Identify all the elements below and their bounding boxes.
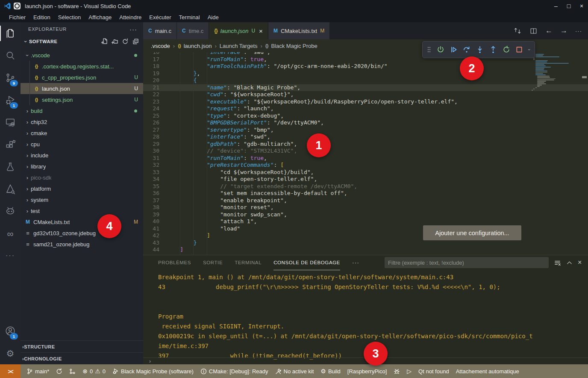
console-filter-input[interactable]: [385, 257, 549, 268]
tree-item-system[interactable]: ›system: [21, 194, 143, 205]
code-line-23[interactable]: 23 "executable": "${workspaceRoot}/build…: [143, 98, 588, 106]
power-launch-icon[interactable]: [437, 46, 444, 53]
tree-item-cpu[interactable]: ›cpu: [21, 139, 143, 150]
code-line-26[interactable]: 26 "BMPGDBSerialPort": "/dev/ttyACM0",: [143, 119, 588, 127]
new-file-icon[interactable]: [101, 38, 108, 45]
tab-terminal[interactable]: TERMINAL: [235, 255, 262, 270]
close-tab-icon[interactable]: ×: [259, 27, 263, 35]
tree-item-library[interactable]: ›library: [21, 161, 143, 172]
tree-item-test[interactable]: ›test: [21, 205, 143, 216]
tab-cmakelists[interactable]: M CMakeLists.txt M: [268, 22, 330, 39]
open-changes-icon[interactable]: [513, 27, 522, 35]
menu-terminal[interactable]: Terminal: [175, 14, 204, 21]
build-button[interactable]: ⚙ Build: [317, 364, 344, 378]
minimize-button[interactable]: –: [550, 0, 562, 12]
search-icon[interactable]: [0, 44, 21, 67]
extensions-icon[interactable]: [0, 133, 21, 156]
menu-executer[interactable]: Exécuter: [145, 14, 175, 21]
tree-item-vscode[interactable]: ›.vscode: [21, 50, 143, 61]
menu-selection[interactable]: Sélection: [54, 14, 85, 21]
code-line-30[interactable]: 30 // "device": "STM32L431VC",: [143, 148, 588, 155]
code-line-18[interactable]: 18 "armToolchainPath": "/opt/gcc-arm-non…: [143, 63, 588, 70]
code-line-29[interactable]: 29 "gdbPath": "gdb-multiarch",: [143, 141, 588, 148]
menu-fichier[interactable]: Fichier: [5, 14, 29, 21]
debug-target-item[interactable]: Black Magic Probe (software): [109, 364, 197, 378]
build-variant-item[interactable]: [RaspberryPico]: [344, 364, 390, 378]
menu-edition[interactable]: Edition: [29, 14, 54, 21]
tab-problemes[interactable]: PROBLÈMES: [158, 255, 191, 270]
account-icon[interactable]: 1: [0, 320, 21, 342]
problems-indicator[interactable]: ⊗0 ⚠0: [79, 364, 109, 378]
tree-item-gd32vf103-ozone-jdebug[interactable]: ≡gd32vf103_ozone.jdebug: [21, 227, 143, 239]
breadcrumb-black-magic-probe[interactable]: Black Magic Probe: [271, 43, 317, 49]
tree-item-settings-json[interactable]: {}settings.jsonU: [21, 94, 143, 105]
add-configuration-button[interactable]: Ajouter une configuration...: [423, 225, 521, 240]
breadcrumb-vscode[interactable]: .vscode: [151, 43, 170, 49]
code-line-31[interactable]: 31 "runToMain": true,: [143, 155, 588, 162]
code-line-25[interactable]: 25 "type": "cortex-debug",: [143, 112, 588, 120]
code-line-24[interactable]: 24 "request": "launch",: [143, 105, 588, 112]
menu-atteindre[interactable]: Atteindre: [115, 14, 145, 21]
collapse-all-icon[interactable]: [132, 38, 139, 45]
qt-status-item[interactable]: Qt not found: [415, 364, 453, 378]
tree-item-platform[interactable]: ›platform: [21, 183, 143, 194]
breadcrumb-launch-targets[interactable]: Launch Targets: [220, 43, 258, 49]
step-over-icon[interactable]: [463, 46, 470, 53]
scrollbar-marker[interactable]: [582, 76, 587, 78]
tree-item-cmakelists-txt[interactable]: MCMakeLists.txtM: [21, 216, 143, 227]
close-button[interactable]: ×: [575, 0, 588, 12]
code-line-43[interactable]: 43 }: [143, 239, 588, 247]
step-out-icon[interactable]: [489, 46, 497, 53]
tree-item-build[interactable]: ›build: [21, 105, 143, 116]
kit-item[interactable]: No active kit: [272, 364, 318, 378]
git-branch-item[interactable]: main*: [23, 364, 53, 378]
debug-bug-button[interactable]: [390, 364, 403, 378]
drag-handle-icon[interactable]: [427, 46, 431, 53]
remote-indicator[interactable]: ><: [0, 364, 21, 378]
tab-main-c[interactable]: C main.c: [143, 22, 177, 39]
launch-target-button[interactable]: ▷: [403, 364, 415, 378]
stop-icon[interactable]: [515, 46, 523, 53]
tree-item-cmake[interactable]: ›cmake: [21, 127, 143, 139]
platformio-icon[interactable]: [0, 200, 21, 222]
chevron-down-icon[interactable]: ›: [527, 49, 532, 50]
code-line-28[interactable]: 28 "interface": "swd",: [143, 133, 588, 141]
source-control-icon[interactable]: 9: [0, 67, 21, 89]
code-line-40[interactable]: 40 "attach 1",: [143, 218, 588, 225]
git-graph-button[interactable]: [66, 364, 79, 378]
minimap[interactable]: [530, 54, 579, 91]
code-line-21[interactable]: 21 "name": "Black Magic Probe",: [143, 84, 588, 92]
explorer-icon[interactable]: [0, 22, 21, 44]
navigate-forward-icon[interactable]: →: [560, 27, 567, 35]
structure-section[interactable]: › STRUCTURE: [21, 340, 143, 352]
tab-console-debogage[interactable]: CONSOLE DE DÉBOGAGE: [273, 255, 340, 270]
tree-item-launch-json[interactable]: {}launch.jsonU: [21, 83, 143, 94]
infinity-extension-icon[interactable]: ∞: [0, 222, 21, 245]
editor-more-icon[interactable]: ···: [575, 28, 582, 34]
tree-item-pico-sdk[interactable]: ›pico-sdk: [21, 172, 143, 183]
sync-button[interactable]: [53, 364, 66, 378]
code-line-38[interactable]: 38 "monitor reset",: [143, 204, 588, 211]
tree-item-include[interactable]: ›include: [21, 150, 143, 161]
testing-flask-icon[interactable]: [0, 156, 21, 178]
maximize-panel-icon[interactable]: [566, 260, 573, 266]
more-extensions-icon[interactable]: ···: [0, 245, 21, 267]
code-line-22[interactable]: 22 "cwd": "${workspaceRoot}",: [143, 91, 588, 98]
tab-time-c[interactable]: C time.c: [177, 22, 209, 39]
remote-explorer-icon[interactable]: [0, 111, 21, 133]
code-line-35[interactable]: 35 // "target extended-remote /dev/ttyAC…: [143, 183, 588, 190]
close-panel-icon[interactable]: ×: [578, 259, 582, 266]
restart-icon[interactable]: [503, 46, 510, 53]
code-line-44[interactable]: 44 ]: [143, 246, 588, 254]
code-line-20[interactable]: 20 {: [143, 77, 588, 84]
cmake-status-item[interactable]: CMake: [Debug]: Ready: [197, 364, 272, 378]
clear-console-icon[interactable]: [554, 259, 561, 266]
tree-item-samd21-ozone-jdebug[interactable]: ≡samd21_ozone.jdebug: [21, 239, 143, 250]
menu-affichage[interactable]: Affichage: [85, 14, 115, 21]
auto-attach-item[interactable]: Attachement automatique: [453, 364, 523, 378]
run-debug-icon[interactable]: 1: [0, 89, 21, 111]
code-line-19[interactable]: 19 },: [143, 70, 588, 77]
tab-launch-json[interactable]: {} launch.json U ×: [209, 22, 268, 39]
code-line-37[interactable]: 37 "enable breakpoint",: [143, 197, 588, 204]
explorer-more-icon[interactable]: ···: [129, 26, 137, 33]
